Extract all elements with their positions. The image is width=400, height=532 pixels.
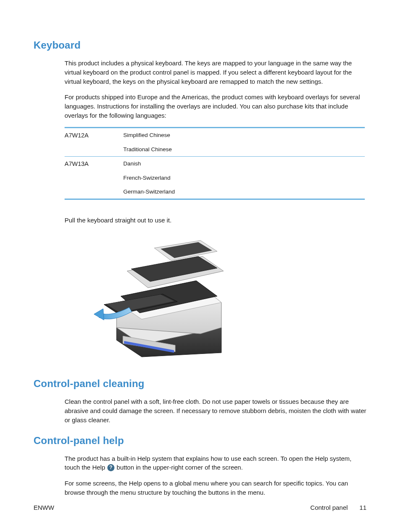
kit-code: A7W13A	[65, 156, 123, 171]
help-icon: ?	[107, 464, 114, 471]
language-kit-table: A7W12A Simplified Chinese Traditional Ch…	[65, 127, 365, 200]
footer-left: ENWW	[34, 504, 54, 511]
kit-lang: German-Switzerland	[123, 185, 365, 199]
paragraph: For some screens, the Help opens to a gl…	[65, 479, 366, 497]
text-fragment: button in the upper-right corner of the …	[115, 464, 243, 471]
kit-lang: Simplified Chinese	[123, 127, 365, 142]
table-row: French-Swizerland	[65, 171, 365, 185]
svg-marker-13	[94, 309, 104, 320]
table-row: A7W13A Danish	[65, 156, 365, 171]
paragraph: Clean the control panel with a soft, lin…	[65, 397, 366, 424]
table-row: Traditional Chinese	[65, 142, 365, 157]
paragraph: For products shipped into Europe and the…	[65, 93, 366, 120]
kit-lang: French-Swizerland	[123, 171, 365, 185]
table-row: A7W12A Simplified Chinese	[65, 127, 365, 142]
heading-cleaning: Control-panel cleaning	[34, 378, 366, 390]
kit-code: A7W12A	[65, 127, 123, 142]
section-keyboard: Keyboard This product includes a physica…	[34, 39, 366, 363]
kit-lang: Traditional Chinese	[123, 142, 365, 157]
heading-keyboard: Keyboard	[34, 39, 366, 51]
section-help: Control-panel help The product has a bui…	[34, 435, 366, 497]
table-row: German-Switzerland	[65, 185, 365, 199]
paragraph: The product has a built-in Help system t…	[65, 454, 366, 473]
page-number: 11	[359, 504, 366, 511]
printer-illustration	[91, 231, 366, 363]
paragraph: Pull the keyboard straight out to use it…	[65, 216, 366, 225]
printer-icon	[91, 231, 234, 361]
heading-help: Control-panel help	[34, 435, 366, 447]
section-cleaning: Control-panel cleaning Clean the control…	[34, 378, 366, 424]
kit-lang: Danish	[123, 156, 365, 171]
paragraph: This product includes a physical keyboar…	[65, 59, 366, 86]
page-footer: ENWW Control panel 11	[34, 504, 366, 511]
footer-section-label: Control panel	[310, 504, 348, 511]
